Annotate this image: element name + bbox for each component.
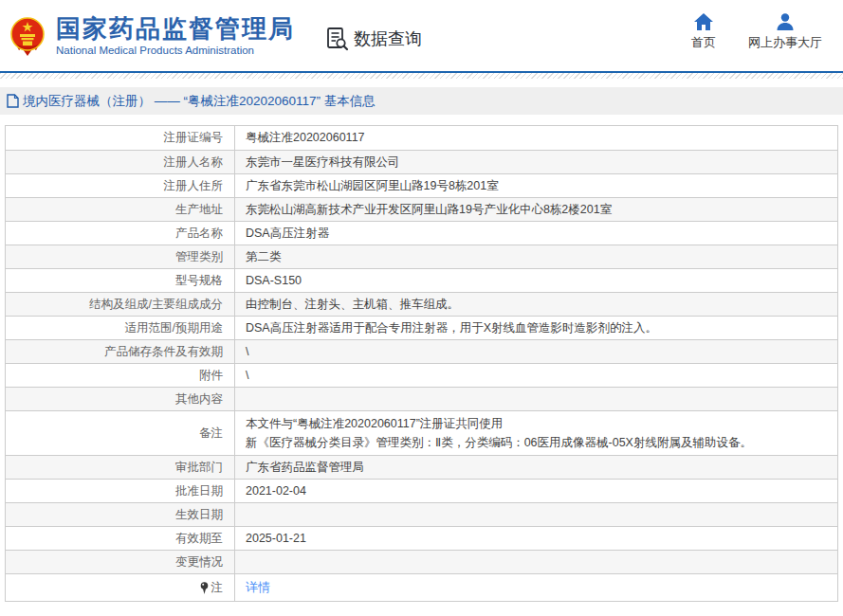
remark-line-2: 新《医疗器械分类目录》管理类别：Ⅱ类，分类编码：06医用成像器械-05X射线附属… (246, 433, 752, 452)
row-value: 广东省药品监督管理局 (235, 456, 837, 479)
row-label: 结构及组成/主要组成成分 (6, 293, 235, 316)
row-value: 2021-02-04 (235, 480, 837, 502)
table-row: 生产地址 东莞松山湖高新技术产业开发区阿里山路19号产业化中心8栋2楼201室 (6, 197, 837, 221)
org-subtitle: National Medical Products Administration (56, 45, 295, 56)
note-label: 注 (211, 580, 224, 596)
table-row: 注册人名称 东莞市一星医疗科技有限公司 (6, 150, 837, 173)
table-row: 审批部门 广东省药品监督管理局 (6, 455, 837, 479)
home-icon (694, 13, 713, 30)
row-value: 东莞市一星医疗科技有限公司 (235, 151, 837, 173)
table-row: 注册人住所 广东省东莞市松山湖园区阿里山路19号8栋201室 (6, 173, 837, 197)
row-value (235, 388, 837, 410)
row-value: 粤械注准20202060117 (235, 126, 837, 150)
table-row: 结构及组成/主要组成成分 由控制台、注射头、主机箱、推车组成。 (6, 292, 837, 316)
breadcrumb: 境内医疗器械（注册） —— “粤械注准20202060117” 基本信息 (0, 87, 843, 115)
data-query-label: 数据查询 (354, 27, 422, 50)
row-value: 广东省东莞市松山湖园区阿里山路19号8栋201室 (235, 174, 837, 197)
row-label: 注册人住所 (6, 174, 235, 197)
row-value: DSA-S150 (235, 269, 837, 292)
table-row: 变更情况 (6, 550, 837, 573)
row-value: 第二类 (235, 245, 837, 268)
org-title: 国家药品监督管理局 (56, 15, 295, 44)
row-label: 有效期至 (6, 527, 235, 550)
national-emblem-logo (9, 16, 46, 56)
row-value: DSA高压注射器 (235, 222, 837, 245)
table-row: 适用范围/预期用途 DSA高压注射器适用于配合专用注射器，用于X射线血管造影时造… (6, 316, 837, 339)
row-value: 2025-01-21 (235, 527, 837, 550)
registration-info-table: 注册证编号 粤械注准20202060117 注册人名称 东莞市一星医疗科技有限公… (5, 125, 838, 602)
page-header: 国家药品监督管理局 National Medical Products Admi… (0, 0, 843, 73)
table-row: 批准日期 2021-02-04 (6, 479, 837, 502)
row-value: 由控制台、注射头、主机箱、推车组成。 (235, 293, 837, 316)
table-row: 注册证编号 粤械注准20202060117 (6, 126, 837, 150)
row-label: 变更情况 (6, 551, 235, 573)
row-value: \ (235, 340, 837, 363)
data-query-tab[interactable]: 数据查询 (325, 27, 422, 51)
user-icon (776, 13, 795, 30)
row-label: 附件 (6, 364, 235, 387)
row-value: 本文件与“粤械注准20202060117”注册证共同使用 新《医疗器械分类目录》… (235, 411, 837, 455)
breadcrumb-text: 境内医疗器械（注册） —— “粤械注准20202060117” 基本信息 (23, 93, 376, 110)
row-label: 备注 (6, 411, 235, 455)
row-value (235, 551, 837, 573)
table-row: 产品名称 DSA高压注射器 (6, 221, 837, 245)
row-label: 产品储存条件及有效期 (6, 340, 235, 363)
striped-divider (0, 73, 843, 79)
row-label: 注 (6, 574, 235, 601)
row-label: 注册证编号 (6, 126, 235, 150)
row-label: 型号规格 (6, 269, 235, 292)
row-label: 审批部门 (6, 456, 235, 479)
row-value (235, 503, 837, 526)
table-row: 管理类别 第二类 (6, 245, 837, 268)
row-value: 详情 (235, 574, 837, 601)
nav-label: 首页 (691, 34, 716, 51)
table-row-remark: 备注 本文件与“粤械注准20202060117”注册证共同使用 新《医疗器械分类… (6, 410, 837, 455)
table-row: 附件 \ (6, 363, 837, 387)
table-row: 其他内容 (6, 387, 837, 410)
remark-line-1: 本文件与“粤械注准20202060117”注册证共同使用 (246, 414, 503, 433)
table-row: 产品储存条件及有效期 \ (6, 339, 837, 363)
table-row: 有效期至 2025-01-21 (6, 526, 837, 550)
nav-label: 网上办事大厅 (748, 34, 822, 51)
row-label: 管理类别 (6, 245, 235, 268)
details-link[interactable]: 详情 (246, 579, 270, 596)
row-value: \ (235, 364, 837, 387)
row-value: 东莞松山湖高新技术产业开发区阿里山路19号产业化中心8栋2楼201室 (235, 198, 837, 221)
org-title-block: 国家药品监督管理局 National Medical Products Admi… (56, 15, 295, 56)
pin-icon (200, 582, 209, 594)
document-icon (7, 94, 19, 108)
nav-item-home[interactable]: 首页 (691, 13, 716, 51)
row-label: 生效日期 (6, 503, 235, 526)
top-nav: 首页 网上办事大厅 (691, 13, 822, 51)
nav-item-online-hall[interactable]: 网上办事大厅 (748, 13, 822, 51)
table-row: 生效日期 (6, 502, 837, 526)
row-label: 注册人名称 (6, 151, 235, 173)
row-label: 产品名称 (6, 222, 235, 245)
row-label: 适用范围/预期用途 (6, 317, 235, 339)
table-row: 型号规格 DSA-S150 (6, 268, 837, 292)
row-label: 批准日期 (6, 480, 235, 502)
row-label: 其他内容 (6, 388, 235, 410)
row-value: DSA高压注射器适用于配合专用注射器，用于X射线血管造影时造影剂的注入。 (235, 317, 837, 339)
row-label: 生产地址 (6, 198, 235, 221)
table-row-note: 注 详情 (6, 573, 837, 601)
document-search-icon (325, 27, 350, 51)
